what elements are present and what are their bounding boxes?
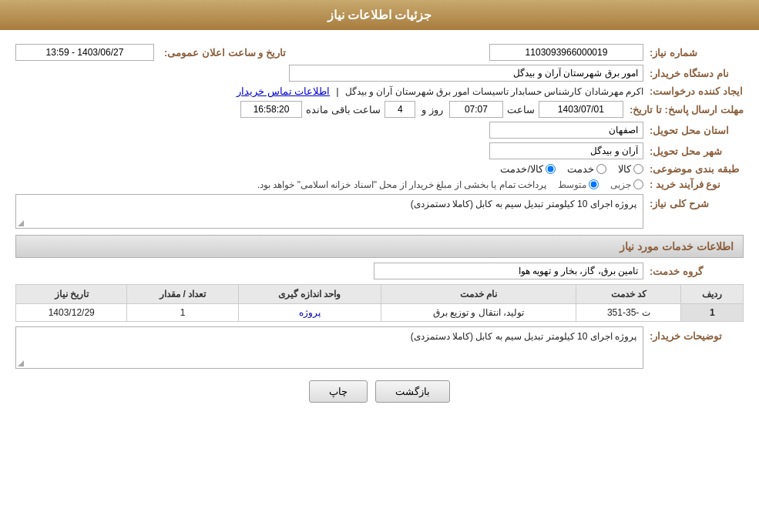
- category-radio-group: کالا خدمت کالا/خدمت: [500, 163, 643, 175]
- category-label: طبقه بندی موضوعی:: [643, 163, 744, 175]
- services-section-header: اطلاعات خدمات مورد نیاز: [15, 235, 744, 258]
- reply-remaining-input[interactable]: [240, 101, 302, 118]
- reply-time-label: ساعت: [507, 104, 535, 115]
- button-container: چاپ بازگشت: [15, 380, 744, 403]
- col-header-name: نام خدمت: [381, 285, 576, 304]
- buyer-desc-value: پروژه اجرای 10 کیلومتر تبدیل سیم به کابل…: [411, 331, 636, 342]
- creator-value: اکرم مهرشادان کارشناس حسابدار تاسیسات ام…: [345, 86, 643, 97]
- buyer-desc-box: پروژه اجرای 10 کیلومتر تبدیل سیم به کابل…: [15, 326, 643, 369]
- reply-days-input[interactable]: [385, 101, 415, 118]
- services-table: ردیف کد خدمت نام خدمت واحد اندازه گیری ت…: [15, 284, 744, 322]
- description-box: پروژه اجرای 10 کیلومتر تبدیل سیم به کابل…: [15, 194, 643, 229]
- service-name: تولید، انتقال و توزیع برق: [381, 304, 576, 322]
- reply-date-label: مهلت ارسال پاسخ: تا تاریخ:: [623, 104, 744, 115]
- table-row: 1 ت -35-351 تولید، انتقال و توزیع برق پر…: [16, 304, 744, 322]
- process-options: جزیی متوسط پرداخت تمام یا بخشی از مبلغ خ…: [257, 179, 643, 190]
- buyer-org-input[interactable]: [289, 65, 643, 82]
- service-qty: 1: [127, 304, 238, 322]
- reply-remaining-label: ساعت باقی مانده: [306, 104, 381, 115]
- category-option-both[interactable]: کالا/خدمت: [500, 163, 556, 175]
- service-group-label: گروه خدمت:: [643, 266, 744, 277]
- need-number-label: شماره نیاز:: [643, 47, 744, 59]
- service-code: ت -35-351: [576, 304, 681, 322]
- col-header-code: کد خدمت: [576, 285, 681, 304]
- col-header-qty: تعداد / مقدار: [127, 285, 238, 304]
- service-date: 1403/12/29: [16, 304, 127, 322]
- page-header: جزئیات اطلاعات نیاز: [0, 0, 759, 30]
- service-unit: پروژه: [238, 304, 381, 322]
- contact-info-link[interactable]: اطلاعات تماس خریدار: [237, 85, 330, 97]
- category-option-goods[interactable]: کالا: [618, 163, 643, 175]
- description-label: شرح کلی نیاز:: [643, 194, 744, 209]
- date-label: تاریخ و ساعت اعلان عمومی:: [158, 47, 286, 59]
- service-group-input[interactable]: [374, 263, 643, 279]
- process-label: نوع فرآیند خرید :: [643, 179, 744, 190]
- province-input[interactable]: [489, 122, 643, 139]
- page-title: جزئیات اطلاعات نیاز: [327, 8, 432, 22]
- buyer-desc-label: توضیحات خریدار:: [643, 326, 744, 342]
- reply-date-input[interactable]: [539, 101, 623, 118]
- process-option-medium[interactable]: متوسط: [558, 179, 599, 190]
- print-button[interactable]: چاپ: [309, 380, 368, 403]
- process-description: پرداخت تمام یا بخشی از مبلغ خریدار از مح…: [257, 179, 546, 190]
- buyer-org-label: نام دستگاه خریدار:: [643, 68, 744, 79]
- creator-label: ایجاد کننده درخواست:: [643, 85, 744, 97]
- category-option-service[interactable]: خدمت: [567, 163, 606, 175]
- col-header-row: ردیف: [681, 285, 744, 304]
- col-header-unit: واحد اندازه گیری: [238, 285, 381, 304]
- process-option-partial[interactable]: جزیی: [610, 179, 643, 190]
- need-number-input[interactable]: [489, 44, 643, 61]
- col-header-date: تاریخ نیاز: [16, 285, 127, 304]
- description-value: پروژه اجرای 10 کیلومتر تبدیل سیم به کابل…: [411, 199, 636, 209]
- reply-days-label: روز و: [421, 104, 443, 115]
- city-label: شهر محل تحویل:: [643, 146, 744, 157]
- back-button[interactable]: بازگشت: [375, 380, 450, 403]
- reply-time-input[interactable]: [449, 101, 503, 118]
- province-label: استان محل تحویل:: [643, 125, 744, 136]
- date-input[interactable]: [15, 44, 154, 61]
- row-number: 1: [681, 304, 744, 322]
- city-input[interactable]: [489, 142, 643, 159]
